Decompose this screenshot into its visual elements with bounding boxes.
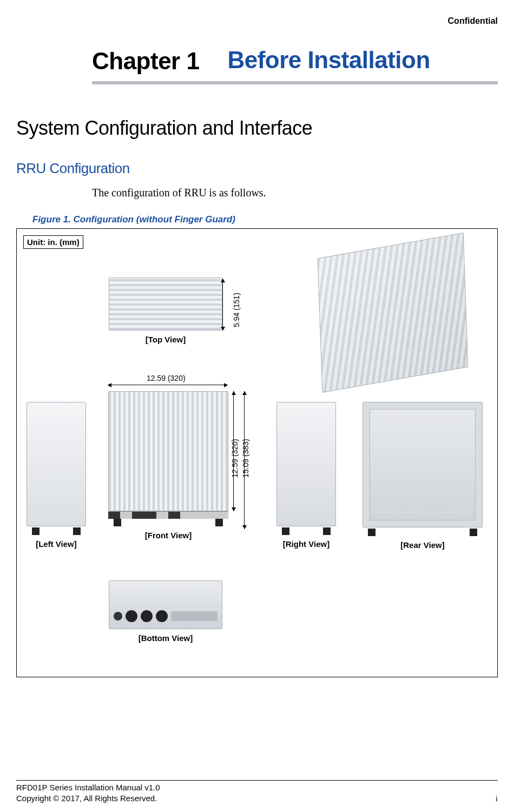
footer-manual: RFD01P Series Installation Manual v1.0 (16, 782, 160, 793)
section-heading-1: System Configuration and Interface (16, 117, 498, 140)
footer-copyright: Copyright © 2017, All Rights Reserved. (16, 793, 160, 804)
body-paragraph: The configuration of RRU is as follows. (92, 187, 498, 199)
left-view-image (27, 402, 86, 526)
unit-label: Unit: in. (mm) (23, 235, 83, 249)
dim-line-width (108, 385, 228, 385)
figure-caption: Figure 1. Configuration (without Finger … (32, 214, 498, 225)
right-view-panel: [Right View] (266, 402, 347, 549)
front-view-panel: [Front View] (103, 391, 233, 540)
bottom-view-image (109, 580, 222, 629)
bottom-view-label: [Bottom View] (103, 633, 228, 643)
left-view-label: [Left View] (21, 539, 91, 549)
page-footer: RFD01P Series Installation Manual v1.0 C… (16, 782, 498, 803)
bottom-view-panel: [Bottom View] (103, 580, 228, 643)
top-view-label: [Top View] (103, 335, 228, 344)
section-heading-2: RRU Configuration (16, 160, 498, 177)
top-view-image (109, 278, 222, 331)
right-view-image (276, 402, 336, 526)
rear-view-label: [Rear View] (358, 540, 487, 550)
dim-height-body: 12.59 (320) (230, 439, 239, 478)
front-view-image (108, 391, 228, 511)
rear-view-image (363, 402, 483, 527)
front-view-label: [Front View] (103, 531, 233, 540)
right-view-label: [Right View] (266, 539, 347, 549)
chapter-divider (92, 81, 498, 84)
footer-divider (16, 780, 498, 781)
chapter-title: Before Installation (227, 48, 430, 72)
isometric-view-image (318, 233, 469, 393)
footer-page-number: i (496, 794, 498, 803)
dim-height-overall: 15.09 (383) (241, 439, 250, 478)
figure-container: Unit: in. (mm) [Top View] 5.94 (151) 12.… (16, 228, 498, 677)
top-view-panel: [Top View] (103, 278, 228, 344)
dim-line-depth (222, 279, 223, 331)
confidential-label: Confidential (16, 16, 498, 26)
left-view-panel: [Left View] (21, 402, 91, 549)
dim-depth: 5.94 (151) (232, 293, 241, 327)
dim-width: 12.59 (320) (147, 374, 186, 382)
chapter-heading: Chapter 1 Before Installation (92, 48, 498, 75)
chapter-number: Chapter 1 (92, 48, 199, 75)
rear-view-panel: [Rear View] (358, 402, 487, 550)
